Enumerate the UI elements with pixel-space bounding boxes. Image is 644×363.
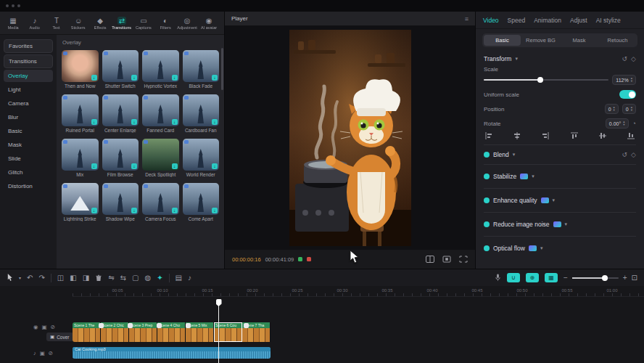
subtab-basic[interactable]: Basic xyxy=(484,35,521,46)
position-y-stepper[interactable]: 0 ▴▾ xyxy=(622,104,636,114)
timeline-zoom-slider[interactable] xyxy=(572,277,619,279)
align-bottom-icon[interactable] xyxy=(627,132,635,139)
cover-button[interactable]: ▣ Cover xyxy=(46,333,73,341)
transition-item[interactable]: ↓Fanned Card xyxy=(142,94,179,133)
select-tool-chevron-icon[interactable]: ▾ xyxy=(19,276,21,280)
tab-ai-stylize[interactable]: AI stylize xyxy=(596,17,621,24)
rotate-stepper[interactable]: 0.00° ▴▾ xyxy=(606,118,629,129)
transition-item[interactable]: ↓Film Browse xyxy=(102,139,139,177)
position-x-stepper[interactable]: 0 ▴▾ xyxy=(605,104,619,114)
step-down-icon[interactable]: ▾ xyxy=(631,80,632,83)
sidebar-item-glitch[interactable]: Glitch xyxy=(4,166,53,179)
window-close-icon[interactable] xyxy=(17,4,20,7)
clip-scene-3[interactable]: Scene 3 Prep xyxy=(129,322,157,342)
tab-video[interactable]: Video xyxy=(483,17,499,24)
sidebar-item-basic[interactable]: Basic xyxy=(4,125,53,137)
transition-item[interactable]: ↓Cardboard Fan xyxy=(183,94,220,133)
sidebar-item-favorites[interactable]: Favorites xyxy=(4,39,53,53)
chevron-down-icon[interactable]: ▾ xyxy=(513,152,516,158)
chevron-down-icon[interactable]: ▾ xyxy=(532,174,534,179)
zoom-out-icon[interactable]: − xyxy=(564,274,568,282)
zoom-in-icon[interactable]: + xyxy=(623,274,627,282)
align-right-icon[interactable] xyxy=(542,132,549,139)
transition-item[interactable]: ↓Camera Focus xyxy=(142,183,179,221)
clip-scene-2[interactable]: Scene 2 Chic xyxy=(101,322,129,342)
audio-tool-icon[interactable]: ♪ xyxy=(188,274,191,282)
clip-scene-1[interactable]: Scene 1 The xyxy=(73,322,101,342)
video-preview[interactable] xyxy=(289,30,411,246)
step-down-icon[interactable]: ▾ xyxy=(614,109,615,112)
nav-adjustment[interactable]: ◎Adjustment xyxy=(176,17,198,30)
undo-icon[interactable]: ↶ xyxy=(27,274,33,282)
sidebar-item-distortion[interactable]: Distortion xyxy=(4,180,53,192)
trim-right-icon[interactable]: ◨ xyxy=(83,274,89,282)
transition-item[interactable]: ↓Shadow Wipe xyxy=(102,183,139,221)
chevron-down-icon[interactable]: ▾ xyxy=(515,56,518,62)
nav-stickers[interactable]: ☺Stickers xyxy=(67,17,89,30)
voiceover-mic-icon[interactable] xyxy=(495,274,501,282)
out-point-icon[interactable] xyxy=(307,257,311,261)
chevron-down-icon[interactable]: ▾ xyxy=(565,221,568,227)
nav-ai-avatar[interactable]: ◉AI avatar xyxy=(198,17,220,30)
tab-speed[interactable]: Speed xyxy=(508,17,526,24)
track-lock-icon[interactable]: ⊘ xyxy=(51,324,55,330)
reverse-icon[interactable]: ⇆ xyxy=(120,274,126,282)
rotate-dial-icon[interactable]: ◔ xyxy=(632,120,636,127)
nav-media[interactable]: ▦Media xyxy=(2,17,24,30)
in-point-icon[interactable] xyxy=(298,257,302,261)
resolution-icon[interactable] xyxy=(442,256,451,263)
preview-axis-button[interactable]: ▦ xyxy=(545,273,558,282)
step-down-icon[interactable]: ▾ xyxy=(631,109,632,112)
step-down-icon[interactable]: ▾ xyxy=(623,123,624,126)
track-hide-icon[interactable]: ▣ xyxy=(42,324,47,330)
fullscreen-icon[interactable] xyxy=(459,256,468,263)
mirror-icon[interactable]: ⇋ xyxy=(108,274,114,282)
transition-marker[interactable] xyxy=(157,323,162,328)
transition-item[interactable]: ↓Mix xyxy=(62,139,99,177)
reset-icon[interactable]: ↺ xyxy=(622,151,628,158)
nav-text[interactable]: TText xyxy=(46,17,67,30)
player-menu-icon[interactable]: ≡ xyxy=(465,15,468,23)
split-screen-icon[interactable] xyxy=(426,256,434,263)
transition-item[interactable]: ↓Deck Spotlight xyxy=(142,139,179,177)
align-top-icon[interactable] xyxy=(571,132,578,139)
timeline-ruler[interactable]: 00:05 00:10 00:15 00:20 00:25 00:30 00:3… xyxy=(73,286,644,297)
mask-tool-icon[interactable]: ◍ xyxy=(144,274,151,282)
snap-button[interactable]: ∪ xyxy=(507,273,520,282)
sidebar-item-slide[interactable]: Slide xyxy=(4,152,53,165)
link-button[interactable]: ⊕ xyxy=(526,273,539,282)
overlay-tool-icon[interactable]: ▤ xyxy=(176,274,182,282)
fit-timeline-icon[interactable]: ⊡ xyxy=(632,274,637,282)
align-center-h-icon[interactable] xyxy=(513,132,521,139)
nav-captions[interactable]: ▭Captions xyxy=(133,17,154,30)
scale-value-stepper[interactable]: 112% ▴▾ xyxy=(612,75,636,85)
chevron-down-icon[interactable]: ▾ xyxy=(553,197,556,203)
subtab-remove-bg[interactable]: Remove BG xyxy=(522,35,559,46)
redo-icon[interactable]: ↷ xyxy=(38,274,44,282)
transition-item[interactable]: ↓Then and Now xyxy=(62,50,99,89)
transition-marker[interactable] xyxy=(99,323,104,328)
subtab-mask[interactable]: Mask xyxy=(561,35,598,46)
split-icon[interactable]: ◫ xyxy=(57,274,64,282)
crop-icon[interactable]: ▢ xyxy=(132,274,139,282)
track-toggle-icon[interactable]: ◉ xyxy=(33,324,38,330)
nav-filters[interactable]: ◐Filters xyxy=(154,17,176,30)
chevron-down-icon[interactable]: ▾ xyxy=(540,245,543,251)
playhead-handle[interactable] xyxy=(216,299,222,306)
window-minimize-icon[interactable] xyxy=(12,4,15,7)
align-middle-icon[interactable] xyxy=(599,132,606,139)
sidebar-item-blur[interactable]: Blur xyxy=(4,111,53,123)
nav-effects[interactable]: ◆Effects xyxy=(89,17,111,30)
transition-marker[interactable] xyxy=(128,323,133,328)
audio-clip[interactable]: Cat Cooking.mp3 xyxy=(73,347,271,359)
tab-animation[interactable]: Animation xyxy=(534,17,561,24)
transition-marker[interactable] xyxy=(244,323,249,328)
scale-slider[interactable] xyxy=(484,79,608,81)
sidebar-item-light[interactable]: Light xyxy=(4,83,53,96)
nav-audio[interactable]: ♪Audio xyxy=(24,17,46,30)
subtab-retouch[interactable]: Retouch xyxy=(599,35,636,46)
sidebar-item-camera[interactable]: Camera xyxy=(4,97,53,110)
smart-tools-icon[interactable]: ✦ xyxy=(157,274,162,282)
sidebar-item-overlay[interactable]: Overlay xyxy=(4,70,53,82)
trim-left-icon[interactable]: ◧ xyxy=(70,274,76,282)
